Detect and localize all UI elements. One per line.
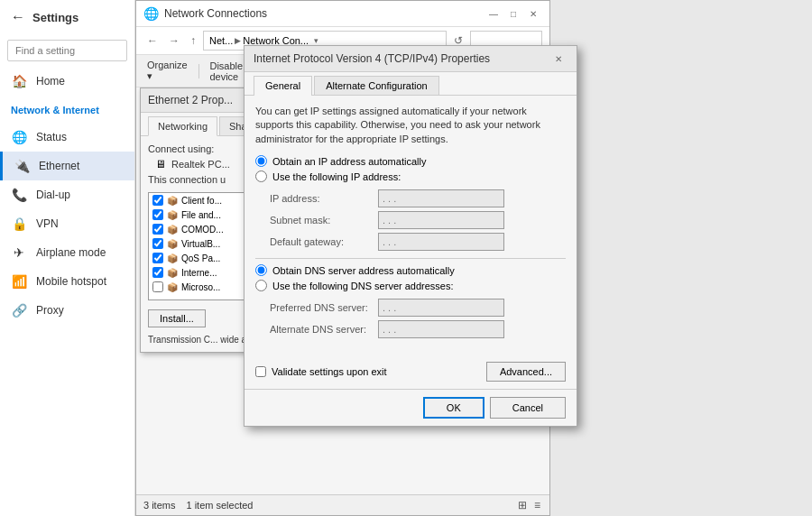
gateway-row: Default gateway: — [270, 233, 566, 251]
nc-minimize-button[interactable]: — — [484, 6, 503, 21]
proxy-icon: 🔗 — [11, 303, 27, 318]
nav-home-label: Home — [36, 75, 65, 88]
dns-auto-radio-row[interactable]: Obtain DNS server address automatically — [255, 264, 566, 276]
addr-arrow: ▶ — [235, 36, 241, 45]
list-item-2-label: COMOD... — [181, 225, 224, 235]
ipv4-close-button[interactable]: ✕ — [549, 51, 567, 66]
sidebar-item-airplane-label: Airplane mode — [36, 246, 106, 259]
ip-manual-radio[interactable] — [255, 170, 267, 182]
preferred-dns-input[interactable] — [378, 299, 504, 317]
sidebar-item-status[interactable]: 🌐 Status — [0, 123, 134, 152]
list-item-0-icon: 📦 — [167, 196, 178, 206]
list-item-5-icon: 📦 — [167, 268, 178, 278]
eth-tab-networking[interactable]: Networking — [148, 116, 217, 136]
list-item-5-checkbox[interactable] — [152, 267, 163, 278]
home-icon: 🏠 — [11, 74, 27, 88]
toolbar-organize-button[interactable]: Organize ▾ — [142, 58, 193, 84]
subnet-input[interactable] — [378, 211, 504, 229]
settings-nav: 🌐 Status 🔌 Ethernet 📞 Dial-up 🔒 VPN ✈ Ai… — [0, 123, 134, 325]
ipv4-footer-buttons: OK Cancel — [245, 389, 577, 426]
list-item-4-checkbox[interactable] — [152, 253, 163, 263]
connect-using-label: Connect using: — [148, 143, 220, 154]
status-icons: ⊞ ≡ — [516, 498, 542, 512]
list-item-3-label: VirtualB... — [181, 239, 220, 249]
sidebar-item-vpn[interactable]: 🔒 VPN — [0, 209, 134, 238]
ip-manual-radio-row[interactable]: Use the following IP address: — [255, 170, 566, 182]
dns-auto-radio[interactable] — [255, 264, 267, 276]
validate-label: Validate settings upon exit — [272, 366, 387, 377]
dialup-icon: 📞 — [11, 188, 27, 202]
sidebar-item-hotspot-label: Mobile hotspot — [36, 275, 106, 288]
cancel-button[interactable]: Cancel — [490, 397, 566, 419]
ipv4-tabs: General Alternate Configuration — [245, 72, 577, 96]
nc-close-button[interactable]: ✕ — [524, 6, 542, 21]
alternate-dns-input[interactable] — [378, 320, 504, 338]
view-icon-2[interactable]: ≡ — [532, 498, 542, 512]
ip-address-row: IP address: — [270, 189, 566, 207]
validate-checkbox-row[interactable]: Validate settings upon exit — [255, 366, 387, 377]
vpn-icon: 🔒 — [11, 217, 27, 231]
preferred-dns-row: Preferred DNS server: — [270, 299, 566, 317]
list-item-2-icon: 📦 — [167, 225, 178, 235]
ip-radio-group: Obtain an IP address automatically Use t… — [255, 155, 566, 182]
list-item-4-label: QoS Pa... — [181, 253, 220, 263]
nav-item-home[interactable]: 🏠 Home — [0, 67, 134, 96]
adapter-name: Realtek PC... — [171, 159, 244, 170]
connection-uses-label: This connection u — [148, 174, 226, 185]
dns-manual-radio[interactable] — [255, 280, 267, 291]
sidebar-item-hotspot[interactable]: 📶 Mobile hotspot — [0, 267, 134, 296]
advanced-button[interactable]: Advanced... — [486, 362, 566, 382]
ip-auto-label: Obtain an IP address automatically — [272, 156, 426, 167]
addr-up-button[interactable]: ↑ — [187, 32, 199, 49]
ipv4-footer: Validate settings upon exit Advanced... — [245, 355, 577, 389]
ipv4-titlebar: Internet Protocol Version 4 (TCP/IPv4) P… — [245, 46, 577, 72]
main-area: 🌐 Network Connections — □ ✕ ← → ↑ Net...… — [135, 0, 812, 516]
settings-back-button[interactable]: ← Settings — [0, 0, 134, 34]
ip-auto-radio-row[interactable]: Obtain an IP address automatically — [255, 155, 566, 167]
list-item-1-checkbox[interactable] — [152, 209, 163, 220]
sidebar-item-proxy[interactable]: 🔗 Proxy — [0, 296, 134, 325]
alternate-dns-label: Alternate DNS server: — [270, 324, 378, 335]
ok-button[interactable]: OK — [423, 397, 484, 419]
adapter-icon: 🖥 — [155, 158, 166, 170]
list-item-0-checkbox[interactable] — [152, 195, 163, 206]
ipv4-title-text: Internet Protocol Version 4 (TCP/IPv4) P… — [254, 52, 490, 65]
list-item-0-label: Client fo... — [181, 196, 222, 206]
nc-titlebar: 🌐 Network Connections — □ ✕ — [136, 1, 549, 27]
validate-checkbox[interactable] — [255, 366, 266, 377]
sidebar-item-ethernet[interactable]: 🔌 Ethernet — [0, 152, 134, 180]
gateway-label: Default gateway: — [270, 236, 378, 247]
list-item-3-checkbox[interactable] — [152, 238, 163, 249]
ipv4-body: You can get IP settings assigned automat… — [245, 96, 577, 355]
view-icon-1[interactable]: ⊞ — [516, 498, 529, 512]
sidebar-item-dialup[interactable]: 📞 Dial-up — [0, 180, 134, 209]
status-selected: 1 item selected — [186, 500, 253, 511]
nc-statusbar: 3 items 1 item selected ⊞ ≡ — [136, 494, 549, 515]
install-button[interactable]: Install... — [148, 309, 206, 327]
ipv4-tab-alternate[interactable]: Alternate Configuration — [314, 76, 439, 95]
addr-dropdown: ▾ — [314, 36, 318, 45]
dns-auto-label: Obtain DNS server address automatically — [272, 265, 455, 276]
addr-back-button[interactable]: ← — [143, 32, 161, 49]
addr-forward-button[interactable]: → — [165, 32, 183, 49]
settings-title: Settings — [32, 11, 78, 24]
ip-fields: IP address: Subnet mask: Default gateway… — [270, 189, 566, 251]
list-item-4-icon: 📦 — [167, 253, 178, 263]
settings-search-input[interactable] — [7, 40, 127, 61]
dns-fields: Preferred DNS server: Alternate DNS serv… — [270, 299, 566, 338]
ipv4-tab-general[interactable]: General — [254, 76, 312, 96]
dns-manual-radio-row[interactable]: Use the following DNS server addresses: — [255, 280, 566, 291]
ip-address-label: IP address: — [270, 193, 378, 204]
dns-radio-group: Obtain DNS server address automatically … — [255, 264, 566, 291]
gateway-input[interactable] — [378, 233, 504, 251]
subnet-label: Subnet mask: — [270, 215, 378, 226]
ip-auto-radio[interactable] — [255, 155, 267, 167]
ip-address-input[interactable] — [378, 189, 504, 207]
nc-maximize-button[interactable]: □ — [504, 6, 522, 21]
sidebar-item-airplane[interactable]: ✈ Airplane mode — [0, 238, 134, 267]
eth-title-text: Ethernet 2 Prop... — [148, 94, 233, 106]
list-item-2-checkbox[interactable] — [152, 224, 163, 235]
nc-icon: 🌐 — [143, 6, 159, 21]
list-item-6-checkbox[interactable] — [152, 281, 163, 292]
hotspot-icon: 📶 — [11, 274, 27, 289]
